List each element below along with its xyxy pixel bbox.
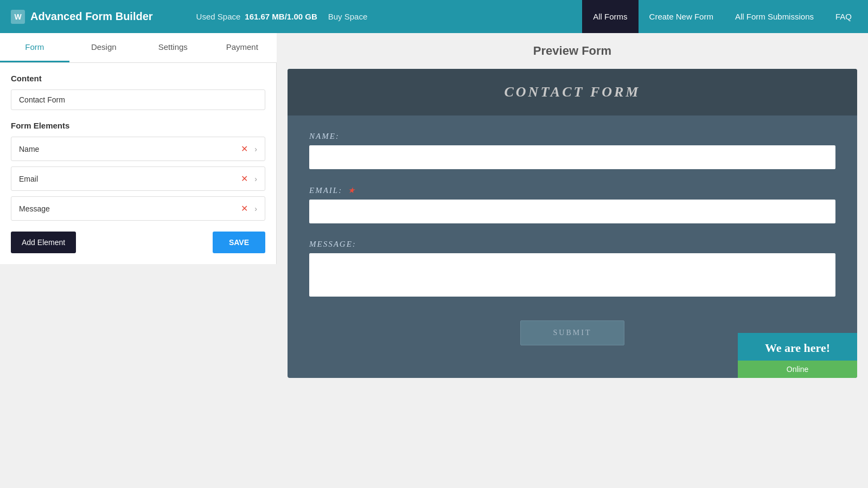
right-panel: Preview Form CONTACT FORM NAME: [277,33,868,488]
preview-message-label: MESSAGE: [309,240,835,249]
nav-item-create-new-form[interactable]: Create New Form [639,0,724,33]
preview-submit-button[interactable]: SUBMIT [520,320,625,345]
brand-icon: W [11,10,25,24]
preview-name-input[interactable] [309,145,835,169]
delete-email-icon[interactable]: ✕ [241,174,248,184]
nav-items: All Forms Create New Form All Form Submi… [582,0,868,33]
tab-design[interactable]: Design [69,33,139,62]
form-elements-title: Form Elements [11,121,265,130]
element-label-message: Message [19,204,241,213]
preview-email-label: EMAIL: ★ [309,185,835,195]
form-title-input[interactable] [11,89,265,110]
tab-bar: Form Design Settings Payment [0,33,277,63]
form-preview-container: CONTACT FORM NAME: EMAIL: [288,69,857,378]
left-panel: Content Form Elements Name ✕ › Email ✕ ›… [0,63,277,264]
preview-name-label: NAME: [309,132,835,141]
element-row-email[interactable]: Email ✕ › [11,166,265,191]
storage-value: 161.67 MB/1.00 GB [245,12,317,21]
element-row-message[interactable]: Message ✕ › [11,196,265,221]
form-elements-section: Form Elements Name ✕ › Email ✕ › Message… [11,121,265,221]
save-button[interactable]: SAVE [213,232,265,253]
element-row-name[interactable]: Name ✕ › [11,137,265,161]
tab-settings[interactable]: Settings [138,33,208,62]
brand-name: Advanced Form Builder [30,10,153,23]
form-preview-title: CONTACT FORM [298,84,846,100]
add-element-button[interactable]: Add Element [11,232,76,253]
nav-item-faq[interactable]: FAQ [825,0,868,33]
preview-title: Preview Form [288,44,857,58]
chat-online-status: Online [738,361,857,378]
buy-space-button[interactable]: Buy Space [322,10,374,23]
expand-message-icon[interactable]: › [254,204,257,213]
main-layout: Form Design Settings Payment Content For… [0,33,868,488]
bottom-buttons: Add Element SAVE [11,232,265,253]
preview-name-field: NAME: [309,132,835,169]
delete-name-icon[interactable]: ✕ [241,144,248,154]
expand-name-icon[interactable]: › [254,145,257,153]
chat-online-label: Online [787,365,808,374]
required-star-icon: ★ [348,186,356,195]
element-label-email: Email [19,175,241,183]
form-preview-header: CONTACT FORM [288,69,857,115]
tab-form[interactable]: Form [0,33,69,62]
chat-bubble: We are here! [738,333,857,361]
delete-message-icon[interactable]: ✕ [241,203,248,214]
top-navigation: W Advanced Form Builder Used Space 161.6… [0,0,868,33]
chat-widget[interactable]: We are here! Online [738,333,857,378]
used-space-label: Used Space [196,12,241,21]
expand-email-icon[interactable]: › [254,175,257,183]
preview-email-field: EMAIL: ★ [309,185,835,223]
content-section-title: Content [11,74,265,83]
preview-message-field: MESSAGE: [309,240,835,299]
element-label-name: Name [19,145,241,153]
preview-email-input[interactable] [309,200,835,223]
chat-bubble-text: We are here! [765,341,830,355]
brand-logo: W Advanced Form Builder [0,10,164,24]
form-preview: CONTACT FORM NAME: EMAIL: [288,69,857,378]
preview-message-input[interactable] [309,253,835,297]
nav-item-all-forms[interactable]: All Forms [582,0,638,33]
nav-center: Used Space 161.67 MB/1.00 GB Buy Space [164,10,583,23]
nav-item-all-form-submissions[interactable]: All Form Submissions [724,0,825,33]
tab-payment[interactable]: Payment [208,33,277,62]
